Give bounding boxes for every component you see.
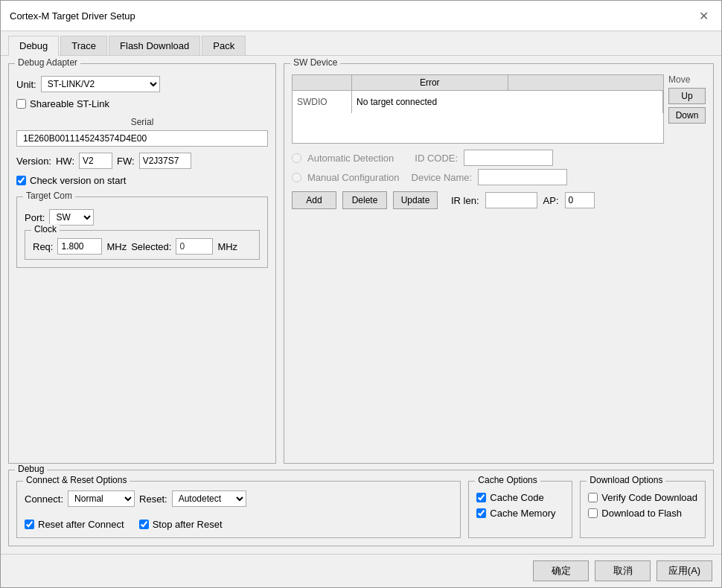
tab-flash-download[interactable]: Flash Download	[109, 36, 200, 55]
debug-adapter-group: Debug Adapter Unit: ST-LINK/V2 ST-LINK/V…	[8, 63, 276, 464]
stop-after-checkbox[interactable]	[139, 520, 149, 529]
shareable-checkbox[interactable]	[16, 99, 26, 109]
manual-config-row: Manual Configuration Device Name:	[292, 169, 664, 185]
port-select[interactable]: SW JTAG	[49, 209, 94, 226]
apply-button[interactable]: 应用(A)	[656, 560, 712, 581]
download-flash-checkbox[interactable]	[588, 508, 598, 518]
req-label: Req:	[33, 241, 53, 252]
ap-input[interactable]	[565, 192, 595, 208]
unit-label: Unit:	[16, 79, 36, 90]
no-target-msg: No target connected	[357, 97, 437, 107]
hw-value-input[interactable]: V2	[79, 153, 112, 169]
tab-trace[interactable]: Trace	[60, 36, 107, 55]
version-row: Version: HW: V2 FW: V2J37S7	[16, 153, 268, 169]
title-bar: Cortex-M Target Driver Setup ✕	[1, 1, 721, 31]
shareable-row: Shareable ST-Link	[16, 98, 268, 109]
reset-after-row: Reset after Connect	[25, 519, 124, 530]
connect-reset-group: Connect & Reset Options Connect: Normal …	[16, 481, 461, 538]
cancel-button[interactable]: 取消	[595, 560, 651, 581]
auto-detect-label: Automatic Detection	[307, 153, 394, 164]
fw-label: FW:	[117, 156, 135, 167]
reset-select[interactable]: Autodetect Software Hardware	[172, 490, 246, 507]
sw-device-group: SW Device Error SWDIO	[284, 63, 714, 464]
auto-detect-radio[interactable]	[292, 153, 301, 163]
id-code-input[interactable]	[464, 150, 553, 166]
cache-memory-checkbox[interactable]	[476, 508, 486, 518]
top-section: Debug Adapter Unit: ST-LINK/V2 ST-LINK/V…	[8, 63, 714, 464]
sw-table-header: Error	[293, 75, 663, 91]
move-label: Move	[668, 74, 690, 85]
serial-label: Serial	[16, 117, 268, 127]
reset-checkboxes: Reset after Connect Stop after Reset	[25, 513, 453, 530]
device-name-label: Device Name:	[412, 172, 473, 183]
reset-after-checkbox[interactable]	[25, 520, 34, 529]
tab-pack[interactable]: Pack	[202, 36, 246, 55]
up-button[interactable]: Up	[668, 88, 706, 104]
sw-table: Error SWDIO No target connected	[292, 74, 664, 144]
check-version-row: Check version on start	[16, 175, 268, 186]
cache-memory-row: Cache Memory	[476, 508, 564, 519]
mhz-label: MHz	[106, 241, 127, 252]
download-flash-row: Download to Flash	[588, 508, 697, 519]
target-com-label: Target Com	[23, 191, 75, 201]
debug-section: Debug Connect & Reset Options Connect: N…	[8, 470, 714, 546]
download-options-label: Download Options	[587, 475, 665, 485]
connect-select[interactable]: Normal Under Reset Pre-reset	[68, 490, 135, 507]
swdio-cell: SWDIO	[293, 91, 352, 113]
port-label: Port:	[25, 212, 45, 223]
cache-code-label: Cache Code	[490, 492, 543, 503]
error-header: Error	[352, 75, 508, 90]
verify-row: Verify Code Download	[588, 492, 697, 503]
selected-label: Selected:	[131, 241, 171, 252]
confirm-button[interactable]: 确定	[533, 560, 589, 581]
cache-code-row: Cache Code	[476, 492, 564, 503]
ap-label: AP:	[543, 195, 559, 206]
serial-section: Serial 1E260B0011145243574D4E00	[16, 117, 268, 147]
device-name-input[interactable]	[478, 169, 567, 185]
manual-config-radio[interactable]	[292, 173, 301, 182]
ir-len-label: IR len:	[451, 195, 479, 206]
sw-device-label: SW Device	[290, 57, 340, 68]
clock-group: Clock Req: MHz Selected: MHz	[25, 230, 260, 260]
hw-label: HW:	[56, 156, 74, 167]
delete-button[interactable]: Delete	[342, 191, 387, 209]
action-row: Add Delete Update IR len: AP:	[292, 191, 664, 209]
req-input[interactable]	[57, 238, 102, 255]
connect-reset-label: Connect & Reset Options	[23, 475, 130, 485]
fw-value-input[interactable]: V2J37S7	[139, 153, 191, 169]
verify-checkbox[interactable]	[588, 493, 598, 502]
bottom-bar: 确定 取消 应用(A)	[1, 554, 721, 587]
add-button[interactable]: Add	[292, 191, 336, 209]
tabs-bar: Debug Trace Flash Download Pack	[1, 31, 721, 56]
sw-table-row: SWDIO No target connected	[293, 91, 663, 113]
clock-row: Req: MHz Selected: MHz	[33, 238, 252, 255]
debug-adapter-label: Debug Adapter	[15, 57, 80, 68]
cache-code-checkbox[interactable]	[476, 493, 486, 502]
port-row: Port: SW JTAG	[25, 209, 260, 226]
manual-config-label: Manual Configuration	[307, 172, 400, 183]
cache-options-label: Cache Options	[475, 475, 540, 485]
mhz2-label: MHz	[217, 241, 237, 252]
down-button[interactable]: Down	[668, 107, 706, 124]
close-button[interactable]: ✕	[694, 7, 712, 25]
update-button[interactable]: Update	[393, 191, 438, 209]
selected-input	[176, 238, 213, 255]
window-title: Cortex-M Target Driver Setup	[10, 10, 135, 22]
target-com-group: Target Com Port: SW JTAG Clock Req:	[16, 196, 268, 268]
unit-select[interactable]: ST-LINK/V2 ST-LINK/V3 J-LINK	[41, 76, 160, 92]
debug-inner: Connect & Reset Options Connect: Normal …	[16, 481, 706, 538]
ir-len-input[interactable]	[485, 192, 537, 208]
check-version-checkbox[interactable]	[16, 176, 26, 185]
clock-label: Clock	[31, 224, 60, 234]
cache-options-group: Cache Options Cache Code Cache Memory	[468, 481, 572, 538]
no-target-cell: No target connected	[352, 91, 663, 113]
main-content: Debug Adapter Unit: ST-LINK/V2 ST-LINK/V…	[1, 56, 721, 554]
tab-debug[interactable]: Debug	[8, 36, 59, 56]
empty-header	[508, 75, 664, 90]
stop-after-label: Stop after Reset	[153, 519, 223, 530]
id-code-label: ID CODE:	[415, 153, 458, 164]
verify-label: Verify Code Download	[601, 492, 697, 503]
unit-row: Unit: ST-LINK/V2 ST-LINK/V3 J-LINK	[16, 76, 268, 92]
table-empty-row	[293, 113, 663, 143]
sw-device-main: Error SWDIO No target connected	[292, 74, 664, 209]
